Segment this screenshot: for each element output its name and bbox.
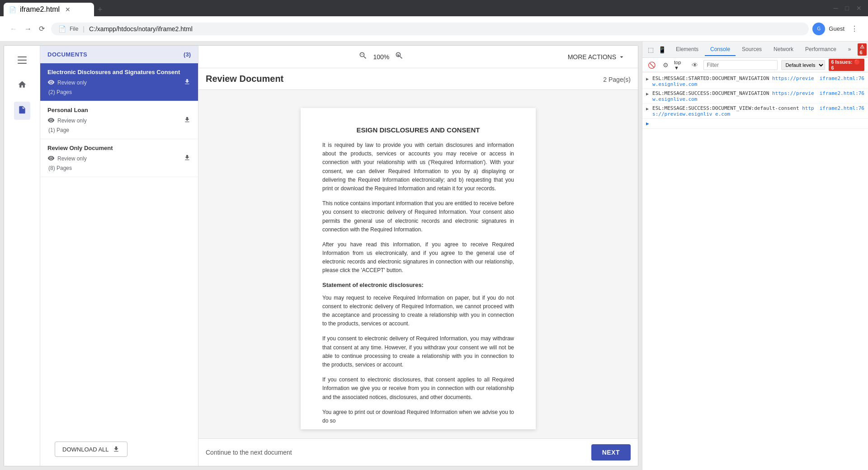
document-item-2[interactable]: Personal Loan Review only: [40, 101, 198, 139]
svg-rect-0: [18, 56, 27, 57]
devtools-tab-console[interactable]: Console: [705, 43, 736, 56]
doc-paragraph-5: If you consent to electronic delivery of…: [322, 334, 514, 369]
doc-content: ESIGN DISCLOSURES AND CONSENT It is requ…: [198, 99, 638, 438]
console-file-3[interactable]: iframe2.html:76: [820, 105, 864, 111]
document-icon[interactable]: [14, 102, 30, 120]
download-icon-3[interactable]: [184, 154, 191, 163]
devtools-device-button[interactable]: 📱: [656, 44, 668, 55]
devtools-error-count-badge: 6 Issues: 🔴 6: [829, 59, 864, 71]
new-tab-button[interactable]: +: [94, 3, 106, 16]
doc-toolbar: 100% MORE ACTIONS: [198, 46, 638, 68]
tab-close-button[interactable]: ✕: [63, 5, 72, 14]
zoom-level: 100%: [373, 53, 389, 61]
console-expand-row[interactable]: ▶: [642, 119, 868, 129]
console-clear-button[interactable]: 🚫: [646, 60, 657, 70]
tab-bar: 📄 iframe2.html ✕ + ─ □ ✕: [0, 0, 868, 16]
devtools-tabs-bar: ⬚ 📱 Elements Console Sources Network Per…: [642, 42, 868, 58]
console-file-2[interactable]: iframe2.html:76: [820, 90, 864, 96]
panel-count: (3): [184, 51, 191, 58]
maximize-button[interactable]: □: [843, 2, 852, 14]
console-arrow-1[interactable]: ▶: [646, 76, 649, 81]
close-button[interactable]: ✕: [854, 2, 864, 14]
doc-paragraph-6: If you consent to electronic disclosures…: [322, 376, 514, 402]
console-entry-3: ▶ ESL:MESSAGE:SUCCESS:DOCUMENT_VIEW:defa…: [642, 104, 868, 119]
doc-paper: ESIGN DISCLOSURES AND CONSENT It is requ…: [301, 108, 536, 429]
document-item-1[interactable]: Electronic Disclosures and Signatures Co…: [40, 63, 198, 101]
url-file-icon: 📄: [58, 25, 66, 33]
console-expand-link[interactable]: ▶: [646, 121, 649, 127]
url-label: File: [70, 26, 78, 32]
extensions-button[interactable]: ⋮: [848, 22, 861, 36]
address-bar-row: ← → ⟳ 📄 File | C:/xampp/htdocs/notary/if…: [0, 16, 868, 42]
panel-items-list: Electronic Disclosures and Signatures Co…: [40, 63, 198, 432]
download-all-label: DOWNLOAD ALL: [62, 446, 109, 453]
document-item-3-sub: Review only: [47, 154, 191, 163]
console-eye-button[interactable]: 👁: [690, 60, 700, 70]
devtools-tab-more[interactable]: »: [843, 43, 857, 56]
minimize-button[interactable]: ─: [831, 2, 841, 14]
tab-title: iframe2.html: [20, 5, 60, 14]
devtools-tab-elements[interactable]: Elements: [670, 43, 704, 56]
forward-button[interactable]: →: [22, 22, 34, 36]
doc-section-title: Statement of electronic disclosures:: [322, 282, 514, 288]
hamburger-menu[interactable]: [14, 53, 30, 69]
guest-label: Guest: [829, 25, 844, 32]
doc-paragraph-7: You agree to print out or download Requi…: [322, 408, 514, 425]
document-item-2-title: Personal Loan: [47, 107, 191, 113]
notary-nav-sidebar: [4, 46, 40, 466]
console-file-1[interactable]: iframe2.html:76: [820, 75, 864, 81]
devtools-console-output: ▶ ESL:MESSAGE:STARTED:DOCUMENT_NAVIGATIO…: [642, 72, 868, 470]
devtools-inspect-button[interactable]: ⬚: [646, 44, 656, 55]
console-text-1: ESL:MESSAGE:STARTED:DOCUMENT_NAVIGATION …: [652, 75, 816, 87]
url-text: C:/xampp/htdocs/notary/iframe2.html: [89, 25, 802, 33]
console-settings-button[interactable]: ⚙: [661, 60, 670, 70]
download-icon-1[interactable]: [184, 78, 191, 87]
document-item-1-review: Review only: [57, 80, 87, 86]
console-arrow-2[interactable]: ▶: [646, 91, 649, 96]
profile-avatar[interactable]: G: [812, 23, 825, 35]
devtools-tab-sources[interactable]: Sources: [736, 43, 767, 56]
more-actions-label: MORE ACTIONS: [568, 53, 616, 61]
devtools-panel: ⬚ 📱 Elements Console Sources Network Per…: [642, 42, 868, 470]
console-arrow-3[interactable]: ▶: [646, 106, 649, 111]
document-item-2-sub: Review only: [47, 116, 191, 125]
doc-paragraph-3: After you have read this information, if…: [322, 240, 514, 275]
doc-review-header: Review Document 2 Page(s): [198, 68, 638, 90]
doc-title: Review Document: [206, 74, 283, 84]
doc-main-title: ESIGN DISCLOSURES AND CONSENT: [322, 126, 514, 134]
devtools-filter-input[interactable]: [703, 60, 778, 70]
svg-rect-2: [18, 63, 27, 64]
url-bar[interactable]: 📄 File | C:/xampp/htdocs/notary/iframe2.…: [51, 23, 809, 35]
console-top-label: top ▼: [674, 60, 686, 70]
doc-paragraph-2: This notice contains important informati…: [322, 199, 514, 234]
zoom-in-button[interactable]: [393, 49, 406, 64]
back-button[interactable]: ←: [7, 22, 20, 36]
devtools-tab-network[interactable]: Network: [768, 43, 799, 56]
zoom-out-button[interactable]: [357, 49, 369, 64]
devtools-levels-select[interactable]: Default levels: [781, 60, 825, 70]
active-tab[interactable]: 📄 iframe2.html ✕: [4, 3, 94, 16]
error-badge: ⚠ 6: [858, 43, 867, 56]
document-item-2-pages: (1) Page: [47, 127, 191, 133]
console-text-3: ESL:MESSAGE:SUCCESS:DOCUMENT_VIEW:defaul…: [652, 105, 816, 117]
svg-rect-1: [18, 60, 27, 61]
home-icon[interactable]: [14, 76, 30, 94]
panel-header-title: DOCUMENTS: [47, 51, 87, 58]
devtools-tab-performance[interactable]: Performance: [800, 43, 842, 56]
console-text-2: ESL:MESSAGE:SUCCESS:DOCUMENT_NAVIGATION …: [652, 90, 816, 102]
document-item-1-pages: (2) Pages: [47, 89, 191, 95]
next-button[interactable]: NEXT: [591, 444, 631, 461]
devtools-console-toolbar: 🚫 ⚙ top ▼ 👁 Default levels 6 Issues: 🔴 6: [642, 58, 868, 72]
document-item-3-title: Review Only Document: [47, 145, 191, 151]
console-entry-2: ▶ ESL:MESSAGE:SUCCESS:DOCUMENT_NAVIGATIO…: [642, 89, 868, 104]
download-all-button[interactable]: DOWNLOAD ALL: [55, 442, 127, 457]
document-viewer: 100% MORE ACTIONS: [198, 46, 638, 466]
profile-label: G: [817, 26, 821, 31]
reload-button[interactable]: ⟳: [36, 22, 47, 36]
zoom-controls: 100%: [206, 49, 557, 64]
document-item-3[interactable]: Review Only Document Review only: [40, 139, 198, 177]
devtools-icons-right: ⚠ 6 ⚙ ⋮ ✕: [858, 43, 868, 56]
download-icon-2[interactable]: [184, 116, 191, 125]
more-actions-button[interactable]: MORE ACTIONS: [562, 51, 631, 63]
documents-panel: DOCUMENTS (3) Electronic Disclosures and…: [40, 46, 198, 466]
